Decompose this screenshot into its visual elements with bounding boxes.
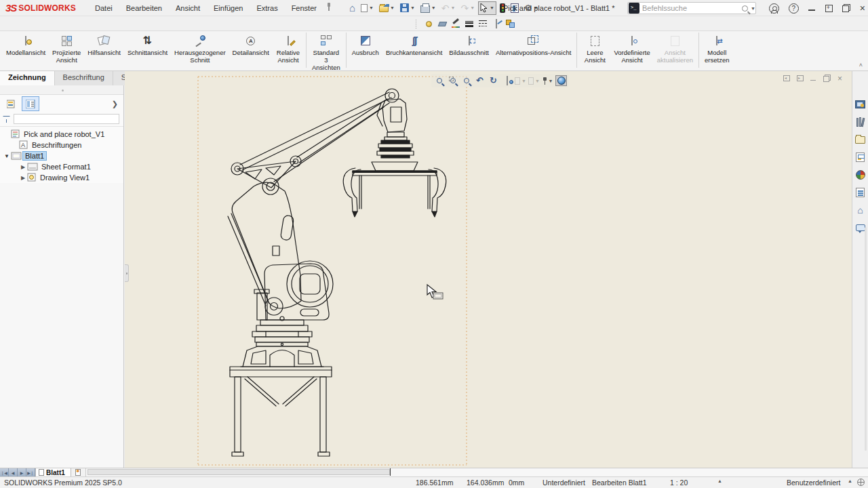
tree-item-blatt1[interactable]: ▼Blatt1 (0, 150, 123, 161)
doc-minimize-icon[interactable] (810, 75, 816, 81)
doc-close-icon[interactable]: × (837, 75, 842, 82)
first-sheet-button[interactable]: ❘◀ (0, 468, 9, 476)
minimize-button[interactable] (808, 5, 816, 12)
zoom-to-area-icon[interactable] (447, 75, 458, 86)
save-icon[interactable]: ▼ (398, 1, 417, 15)
expander-icon[interactable]: ▼ (3, 153, 11, 159)
maximize-button[interactable] (825, 5, 833, 12)
ribbon-leere[interactable]: Leere Ansicht (579, 31, 610, 65)
file-explorer-icon[interactable] (853, 132, 868, 147)
layer-properties-icon[interactable] (504, 18, 516, 29)
ribbon-modellansicht[interactable]: Modellansicht (3, 31, 49, 58)
custom-properties-icon[interactable] (853, 185, 868, 200)
panel-expand-icon[interactable]: ❯ (112, 100, 118, 108)
restore-button[interactable] (842, 4, 850, 12)
ribbon-standard[interactable]: Standard 3 Ansichten (309, 31, 344, 73)
view-palette-icon[interactable] (853, 150, 868, 165)
menu-extras[interactable]: Extras (250, 1, 284, 15)
menu-ansicht[interactable]: Ansicht (169, 1, 207, 15)
ribbon-projizierte[interactable]: Projizierte Ansicht (49, 31, 84, 65)
ribbon-relative[interactable]: Relative Ansicht (273, 31, 304, 65)
doc-next-window-icon[interactable] (797, 75, 804, 81)
rotate-view-icon[interactable]: ↻ (488, 75, 499, 86)
hide-show-edges-icon[interactable] (490, 18, 502, 29)
menu-datei[interactable]: Datei (88, 1, 119, 15)
graphics-area[interactable]: ↶↻▼▼▼ × (125, 71, 852, 468)
horizontal-scrollbar[interactable] (86, 468, 868, 476)
menu-fenster[interactable]: Fenster (285, 1, 323, 15)
search-icon[interactable] (742, 5, 748, 12)
dropdown-icon[interactable]: ▼ (431, 5, 436, 10)
dropdown-icon[interactable]: ▼ (410, 5, 415, 10)
dropdown-icon[interactable]: ▼ (450, 5, 455, 10)
doc-prev-window-icon[interactable] (783, 75, 790, 81)
ribbon-schnittansicht[interactable]: ⇅Schnittansicht (124, 31, 171, 58)
home-icon[interactable]: ⌂ (347, 1, 357, 15)
ribbon-hilfsansicht[interactable]: Hilfsansicht (84, 31, 124, 58)
select-cursor-icon[interactable]: ▼ (478, 1, 496, 15)
sheet-scale[interactable]: 1 : 20 (670, 479, 688, 487)
solidworks-forum-icon[interactable]: ⌂ (853, 203, 868, 218)
design-library-icon[interactable] (853, 115, 868, 129)
command-search[interactable]: Befehlssuche ▼ (627, 2, 756, 14)
tree-item-pick-and-place-robot-v1[interactable]: Pick and place robot_V1 (0, 129, 123, 140)
ribbon-detailansicht[interactable]: ADetailansicht (229, 31, 273, 58)
vertical-scrollbar[interactable] (865, 227, 867, 451)
tab-beschriftung[interactable]: Beschriftung (55, 71, 113, 85)
ribbon-alternativpositions-ansicht[interactable]: Alternativpositions-Ansicht (492, 31, 574, 58)
sheet-tab-blatt1[interactable]: Blatt1 (35, 468, 71, 476)
tree-item-sheet-format1[interactable]: ▶Sheet Format1 (0, 161, 123, 172)
appearances-scenes-icon[interactable] (853, 167, 868, 182)
tree-item-drawing-view1[interactable]: ▶Drawing View1 (0, 172, 123, 183)
redo-icon[interactable]: ↷▼ (458, 1, 477, 15)
units-dropdown-icon[interactable]: ▲ (848, 479, 852, 483)
3d-drawing-view-icon[interactable] (501, 75, 513, 86)
view-orientation-pin-icon[interactable]: ▼ (542, 75, 553, 86)
ribbon-vordefinierte[interactable]: Vordefinierte Ansicht (610, 31, 653, 65)
close-button[interactable]: × (860, 4, 865, 12)
dropdown-icon[interactable]: ▼ (490, 5, 494, 10)
tree-item-beschriftungen[interactable]: ABeschriftungen (0, 140, 123, 150)
user-account-icon[interactable] (769, 3, 779, 14)
zoom-in-out-icon[interactable] (460, 75, 472, 86)
units-setting[interactable]: Benutzerdefiniert (787, 479, 840, 487)
hscroll-thumb[interactable] (87, 469, 390, 475)
ribbon-ausbruch[interactable]: Ausbruch (349, 31, 382, 58)
tab-property-manager[interactable] (22, 96, 39, 111)
ribbon-bruchkantenansicht[interactable]: ʃʃBruchkantenansicht (382, 31, 446, 58)
menu-einfgen[interactable]: Einfügen (207, 1, 250, 15)
scale-dropdown-icon[interactable]: ▲ (717, 479, 722, 483)
last-sheet-button[interactable]: ▶❘ (26, 468, 35, 476)
tab-zeichnung[interactable]: Zeichnung (0, 71, 55, 85)
ribbon-herausgezogener[interactable]: Herausgezogener Schnitt (171, 31, 229, 65)
expander-icon[interactable]: ▶ (19, 164, 27, 170)
menu-bearbeiten[interactable]: Bearbeiten (119, 1, 169, 15)
previous-view-icon[interactable]: ↶ (474, 75, 486, 86)
line-style-icon[interactable] (477, 18, 489, 29)
dropdown-icon[interactable]: ▼ (390, 5, 395, 10)
view-settings-icon[interactable] (555, 75, 567, 86)
tag-globe-icon[interactable] (857, 479, 865, 487)
help-icon[interactable]: ? (789, 3, 799, 14)
line-color-icon[interactable] (450, 18, 462, 29)
filter-input[interactable] (14, 114, 119, 124)
toolbar-grip[interactable] (415, 19, 418, 28)
solidworks-resources-icon[interactable] (853, 97, 868, 112)
ribbon-modell[interactable]: ⇄Modell ersetzen (701, 31, 732, 65)
dropdown-icon[interactable]: ▼ (470, 5, 475, 10)
pin-menu-icon[interactable] (325, 3, 336, 14)
display-style-icon[interactable]: ▼ (515, 75, 526, 86)
undo-icon[interactable]: ↶▼ (439, 1, 458, 15)
panel-collapse-handle[interactable] (125, 264, 129, 282)
ribbon-bildausschnitt[interactable]: Bildausschnitt (446, 31, 492, 58)
tab-feature-tree[interactable] (3, 96, 20, 111)
eraser-icon[interactable] (436, 18, 448, 29)
zoom-to-fit-icon[interactable] (433, 75, 445, 86)
ribbon-collapse-icon[interactable]: ˄ (859, 62, 863, 68)
new-document-icon[interactable]: ▼ (359, 1, 376, 15)
add-sheet-button[interactable] (71, 468, 86, 476)
format-painter-icon[interactable] (422, 18, 435, 29)
open-icon[interactable]: ▼ (377, 1, 397, 15)
next-sheet-button[interactable]: ▶ (18, 468, 26, 476)
hide-show-items-icon[interactable]: ▼ (528, 75, 540, 86)
